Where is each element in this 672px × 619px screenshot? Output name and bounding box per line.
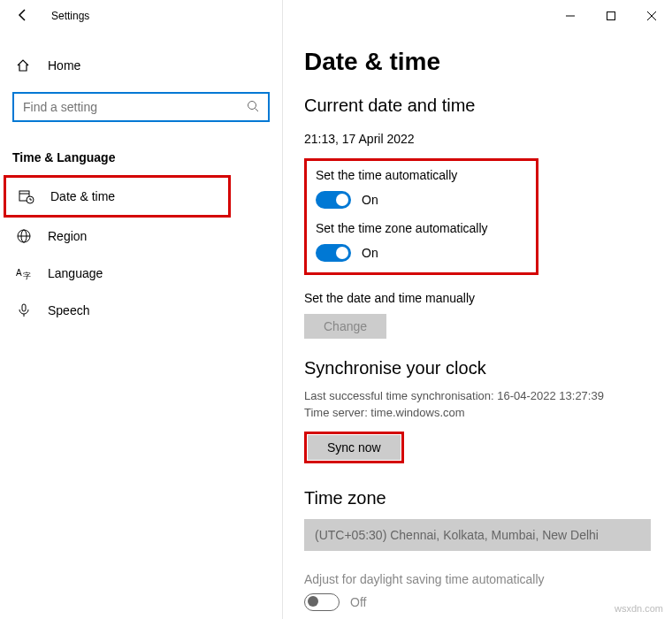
search-input[interactable] xyxy=(23,100,247,114)
sidebar-item-label: Region xyxy=(48,229,87,243)
manual-label: Set the date and time manually xyxy=(304,291,651,305)
content-area: Date & time Current date and time 21:13,… xyxy=(283,0,672,619)
app-title: Settings xyxy=(51,10,89,22)
svg-point-4 xyxy=(248,101,256,109)
calendar-clock-icon xyxy=(19,188,34,204)
search-icon xyxy=(247,100,259,115)
auto-time-toggle[interactable] xyxy=(316,191,351,209)
sync-server: Time server: time.windows.com xyxy=(304,406,651,419)
sync-last: Last successful time synchronisation: 16… xyxy=(304,389,651,402)
current-datetime: 21:13, 17 April 2022 xyxy=(304,132,651,146)
dst-state: Off xyxy=(350,595,366,609)
svg-text:A: A xyxy=(16,268,22,278)
sidebar-item-label: Speech xyxy=(48,303,89,317)
sidebar-item-label: Date & time xyxy=(50,189,115,203)
sync-now-button[interactable]: Sync now xyxy=(308,435,401,460)
microphone-icon xyxy=(16,302,32,318)
auto-zone-state: On xyxy=(362,246,378,260)
change-button: Change xyxy=(304,314,386,339)
dst-label: Adjust for daylight saving time automati… xyxy=(304,572,651,586)
sidebar-item-date-time[interactable]: Date & time xyxy=(4,175,231,218)
search-box[interactable] xyxy=(12,92,270,122)
sync-highlight: Sync now xyxy=(304,432,404,463)
sidebar: Home Time & Language Date & time Reg xyxy=(0,0,283,619)
language-icon: A字 xyxy=(16,265,32,281)
svg-rect-16 xyxy=(22,304,26,311)
auto-time-label: Set the time automatically xyxy=(316,168,527,182)
maximize-button[interactable] xyxy=(591,2,631,30)
home-icon xyxy=(16,58,32,73)
sidebar-item-region[interactable]: Region xyxy=(4,218,279,255)
sidebar-item-speech[interactable]: Speech xyxy=(4,292,279,329)
subtitle: Current date and time xyxy=(304,96,651,116)
sync-heading: Synchronise your clock xyxy=(304,358,651,378)
home-link[interactable]: Home xyxy=(4,50,279,81)
back-button[interactable] xyxy=(16,8,30,25)
page-title: Date & time xyxy=(304,48,651,76)
svg-text:字: 字 xyxy=(23,271,31,280)
watermark: wsxdn.com xyxy=(615,603,663,614)
svg-rect-1 xyxy=(607,12,615,20)
auto-settings-highlight: Set the time automatically On Set the ti… xyxy=(304,158,538,275)
sidebar-item-language[interactable]: A字 Language xyxy=(4,255,279,292)
close-button[interactable] xyxy=(631,2,672,30)
dst-toggle xyxy=(304,593,340,611)
home-label: Home xyxy=(48,58,80,73)
auto-zone-label: Set the time zone automatically xyxy=(316,221,527,235)
svg-line-5 xyxy=(256,108,259,111)
timezone-select: (UTC+05:30) Chennai, Kolkata, Mumbai, Ne… xyxy=(304,519,651,551)
auto-zone-toggle[interactable] xyxy=(316,244,351,262)
sidebar-item-label: Language xyxy=(48,266,103,280)
timezone-heading: Time zone xyxy=(304,488,651,508)
section-header: Time & Language xyxy=(0,147,282,175)
auto-time-state: On xyxy=(362,193,378,207)
minimize-button[interactable] xyxy=(550,2,591,30)
globe-icon xyxy=(16,228,32,244)
